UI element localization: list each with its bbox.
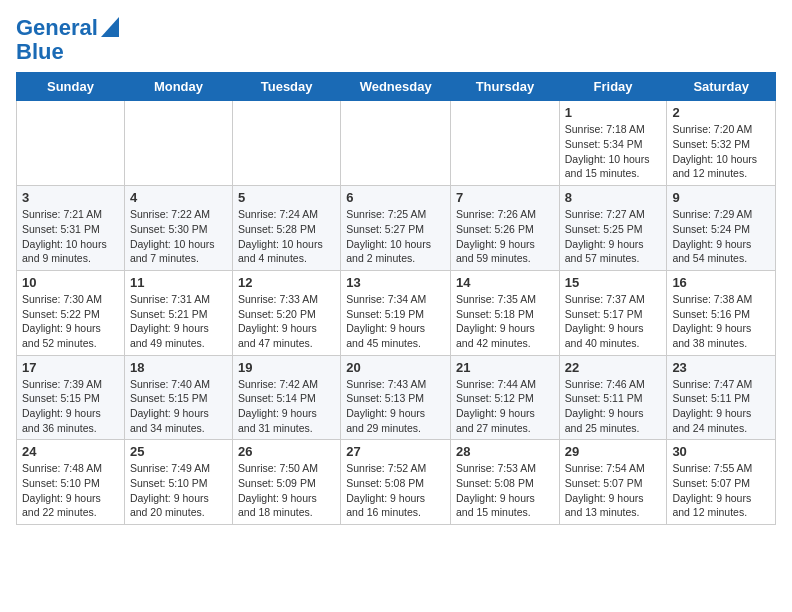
- day-number: 1: [565, 105, 662, 120]
- day-number: 5: [238, 190, 335, 205]
- calendar-cell: 6Sunrise: 7:25 AMSunset: 5:27 PMDaylight…: [341, 186, 451, 271]
- calendar-cell: 11Sunrise: 7:31 AMSunset: 5:21 PMDayligh…: [124, 270, 232, 355]
- logo-text-line1: General: [16, 16, 98, 40]
- day-info: Sunrise: 7:46 AMSunset: 5:11 PMDaylight:…: [565, 377, 662, 436]
- day-info: Sunrise: 7:40 AMSunset: 5:15 PMDaylight:…: [130, 377, 227, 436]
- day-number: 26: [238, 444, 335, 459]
- day-info: Sunrise: 7:42 AMSunset: 5:14 PMDaylight:…: [238, 377, 335, 436]
- day-number: 15: [565, 275, 662, 290]
- calendar-body: 1Sunrise: 7:18 AMSunset: 5:34 PMDaylight…: [17, 101, 776, 525]
- weekday-header-sunday: Sunday: [17, 73, 125, 101]
- day-info: Sunrise: 7:20 AMSunset: 5:32 PMDaylight:…: [672, 122, 770, 181]
- day-info: Sunrise: 7:47 AMSunset: 5:11 PMDaylight:…: [672, 377, 770, 436]
- calendar-cell: 17Sunrise: 7:39 AMSunset: 5:15 PMDayligh…: [17, 355, 125, 440]
- day-info: Sunrise: 7:54 AMSunset: 5:07 PMDaylight:…: [565, 461, 662, 520]
- day-number: 8: [565, 190, 662, 205]
- calendar-cell: 1Sunrise: 7:18 AMSunset: 5:34 PMDaylight…: [559, 101, 667, 186]
- day-number: 23: [672, 360, 770, 375]
- day-info: Sunrise: 7:44 AMSunset: 5:12 PMDaylight:…: [456, 377, 554, 436]
- calendar-cell: 3Sunrise: 7:21 AMSunset: 5:31 PMDaylight…: [17, 186, 125, 271]
- calendar-cell: 16Sunrise: 7:38 AMSunset: 5:16 PMDayligh…: [667, 270, 776, 355]
- calendar-week-row: 24Sunrise: 7:48 AMSunset: 5:10 PMDayligh…: [17, 440, 776, 525]
- day-number: 3: [22, 190, 119, 205]
- weekday-header-friday: Friday: [559, 73, 667, 101]
- day-number: 22: [565, 360, 662, 375]
- day-number: 20: [346, 360, 445, 375]
- weekday-header-thursday: Thursday: [451, 73, 560, 101]
- calendar-cell: 28Sunrise: 7:53 AMSunset: 5:08 PMDayligh…: [451, 440, 560, 525]
- day-info: Sunrise: 7:22 AMSunset: 5:30 PMDaylight:…: [130, 207, 227, 266]
- calendar-cell: 26Sunrise: 7:50 AMSunset: 5:09 PMDayligh…: [233, 440, 341, 525]
- day-info: Sunrise: 7:43 AMSunset: 5:13 PMDaylight:…: [346, 377, 445, 436]
- calendar-cell: 10Sunrise: 7:30 AMSunset: 5:22 PMDayligh…: [17, 270, 125, 355]
- calendar-cell: 4Sunrise: 7:22 AMSunset: 5:30 PMDaylight…: [124, 186, 232, 271]
- calendar-week-row: 3Sunrise: 7:21 AMSunset: 5:31 PMDaylight…: [17, 186, 776, 271]
- calendar-week-row: 1Sunrise: 7:18 AMSunset: 5:34 PMDaylight…: [17, 101, 776, 186]
- day-info: Sunrise: 7:34 AMSunset: 5:19 PMDaylight:…: [346, 292, 445, 351]
- calendar-cell: [17, 101, 125, 186]
- weekday-header-monday: Monday: [124, 73, 232, 101]
- calendar-cell: 25Sunrise: 7:49 AMSunset: 5:10 PMDayligh…: [124, 440, 232, 525]
- day-info: Sunrise: 7:25 AMSunset: 5:27 PMDaylight:…: [346, 207, 445, 266]
- day-number: 11: [130, 275, 227, 290]
- day-number: 14: [456, 275, 554, 290]
- calendar-week-row: 17Sunrise: 7:39 AMSunset: 5:15 PMDayligh…: [17, 355, 776, 440]
- day-number: 18: [130, 360, 227, 375]
- day-info: Sunrise: 7:31 AMSunset: 5:21 PMDaylight:…: [130, 292, 227, 351]
- calendar-cell: [341, 101, 451, 186]
- day-info: Sunrise: 7:48 AMSunset: 5:10 PMDaylight:…: [22, 461, 119, 520]
- weekday-header-row: SundayMondayTuesdayWednesdayThursdayFrid…: [17, 73, 776, 101]
- calendar-cell: 29Sunrise: 7:54 AMSunset: 5:07 PMDayligh…: [559, 440, 667, 525]
- day-number: 19: [238, 360, 335, 375]
- day-number: 9: [672, 190, 770, 205]
- logo-text-line2: Blue: [16, 40, 119, 64]
- day-info: Sunrise: 7:49 AMSunset: 5:10 PMDaylight:…: [130, 461, 227, 520]
- logo: General Blue: [16, 16, 119, 64]
- calendar-cell: 22Sunrise: 7:46 AMSunset: 5:11 PMDayligh…: [559, 355, 667, 440]
- day-info: Sunrise: 7:33 AMSunset: 5:20 PMDaylight:…: [238, 292, 335, 351]
- calendar-cell: [124, 101, 232, 186]
- day-info: Sunrise: 7:30 AMSunset: 5:22 PMDaylight:…: [22, 292, 119, 351]
- calendar-table: SundayMondayTuesdayWednesdayThursdayFrid…: [16, 72, 776, 525]
- calendar-cell: 19Sunrise: 7:42 AMSunset: 5:14 PMDayligh…: [233, 355, 341, 440]
- day-info: Sunrise: 7:26 AMSunset: 5:26 PMDaylight:…: [456, 207, 554, 266]
- day-info: Sunrise: 7:18 AMSunset: 5:34 PMDaylight:…: [565, 122, 662, 181]
- day-info: Sunrise: 7:35 AMSunset: 5:18 PMDaylight:…: [456, 292, 554, 351]
- day-info: Sunrise: 7:38 AMSunset: 5:16 PMDaylight:…: [672, 292, 770, 351]
- svg-marker-0: [101, 17, 119, 37]
- calendar-cell: 12Sunrise: 7:33 AMSunset: 5:20 PMDayligh…: [233, 270, 341, 355]
- day-info: Sunrise: 7:24 AMSunset: 5:28 PMDaylight:…: [238, 207, 335, 266]
- calendar-cell: 14Sunrise: 7:35 AMSunset: 5:18 PMDayligh…: [451, 270, 560, 355]
- day-info: Sunrise: 7:27 AMSunset: 5:25 PMDaylight:…: [565, 207, 662, 266]
- calendar-cell: 7Sunrise: 7:26 AMSunset: 5:26 PMDaylight…: [451, 186, 560, 271]
- day-number: 28: [456, 444, 554, 459]
- weekday-header-saturday: Saturday: [667, 73, 776, 101]
- day-info: Sunrise: 7:21 AMSunset: 5:31 PMDaylight:…: [22, 207, 119, 266]
- calendar-cell: 15Sunrise: 7:37 AMSunset: 5:17 PMDayligh…: [559, 270, 667, 355]
- weekday-header-tuesday: Tuesday: [233, 73, 341, 101]
- day-number: 30: [672, 444, 770, 459]
- day-info: Sunrise: 7:53 AMSunset: 5:08 PMDaylight:…: [456, 461, 554, 520]
- calendar-cell: 27Sunrise: 7:52 AMSunset: 5:08 PMDayligh…: [341, 440, 451, 525]
- day-number: 24: [22, 444, 119, 459]
- calendar-cell: 23Sunrise: 7:47 AMSunset: 5:11 PMDayligh…: [667, 355, 776, 440]
- day-info: Sunrise: 7:37 AMSunset: 5:17 PMDaylight:…: [565, 292, 662, 351]
- page-header: General Blue: [16, 16, 776, 64]
- day-number: 6: [346, 190, 445, 205]
- day-info: Sunrise: 7:55 AMSunset: 5:07 PMDaylight:…: [672, 461, 770, 520]
- day-number: 25: [130, 444, 227, 459]
- day-number: 13: [346, 275, 445, 290]
- day-number: 10: [22, 275, 119, 290]
- calendar-week-row: 10Sunrise: 7:30 AMSunset: 5:22 PMDayligh…: [17, 270, 776, 355]
- day-number: 21: [456, 360, 554, 375]
- calendar-cell: 20Sunrise: 7:43 AMSunset: 5:13 PMDayligh…: [341, 355, 451, 440]
- calendar-cell: 21Sunrise: 7:44 AMSunset: 5:12 PMDayligh…: [451, 355, 560, 440]
- day-info: Sunrise: 7:29 AMSunset: 5:24 PMDaylight:…: [672, 207, 770, 266]
- day-info: Sunrise: 7:39 AMSunset: 5:15 PMDaylight:…: [22, 377, 119, 436]
- weekday-header-wednesday: Wednesday: [341, 73, 451, 101]
- logo-arrow-icon: [101, 17, 119, 37]
- day-number: 12: [238, 275, 335, 290]
- calendar-cell: 5Sunrise: 7:24 AMSunset: 5:28 PMDaylight…: [233, 186, 341, 271]
- calendar-cell: 8Sunrise: 7:27 AMSunset: 5:25 PMDaylight…: [559, 186, 667, 271]
- day-info: Sunrise: 7:50 AMSunset: 5:09 PMDaylight:…: [238, 461, 335, 520]
